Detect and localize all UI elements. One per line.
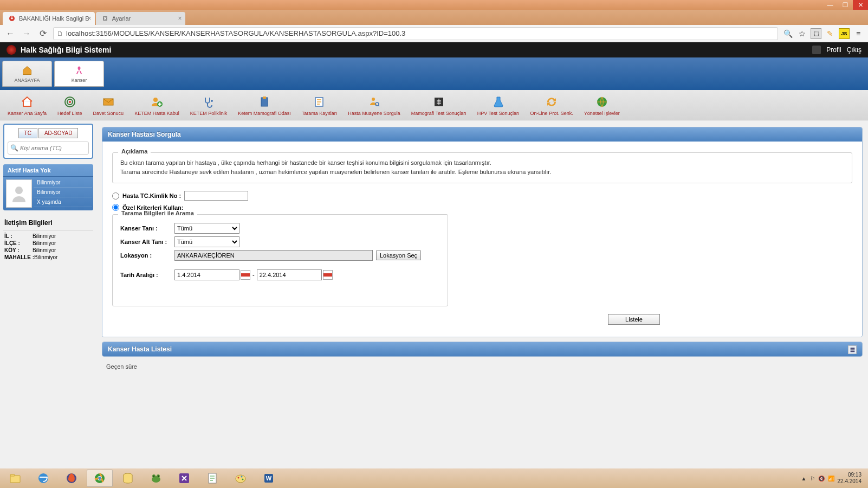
main-content: Kanser Hastası Sorgula Açıklama Bu ekran… (96, 120, 868, 468)
home-icon (22, 65, 33, 76)
listele-button[interactable]: Listele (608, 314, 660, 325)
nav-reload-icon[interactable]: ⟳ (37, 28, 49, 40)
svg-point-8 (211, 100, 213, 102)
toolbar-item-mamografi[interactable]: Ketem Mamografi Odası (234, 92, 295, 118)
contact-row: MAHALLE :Bilinmiyor (3, 254, 93, 261)
svg-rect-10 (263, 97, 266, 99)
tray-flag-icon[interactable]: ⚐ (810, 476, 815, 481)
browser-tab[interactable]: Ayarlar × (96, 12, 185, 25)
patient-info-row: X yaşında (34, 197, 92, 207)
date-separator: - (252, 272, 255, 278)
calendar-icon[interactable] (241, 270, 250, 280)
toolbar-item-ketem-poli[interactable]: KETEM Poliklinik (186, 92, 232, 118)
tray-volume-icon[interactable]: 🔇 (818, 476, 825, 481)
search-tab-tc[interactable]: TC (18, 128, 37, 138)
window-close[interactable]: ✕ (853, 0, 868, 10)
tc-input[interactable] (184, 191, 248, 201)
browser-tab-active[interactable]: BAKANLIĞI Halk Sagligi B × (3, 12, 95, 25)
nav-home[interactable]: ANASAYFA (2, 61, 52, 87)
task-sql-icon[interactable] (115, 470, 141, 487)
svg-text:W: W (266, 475, 272, 481)
window-minimize[interactable]: — (822, 0, 838, 10)
svg-point-16 (15, 187, 23, 194)
ext2-icon[interactable]: ✎ (825, 28, 835, 39)
task-notepad-icon[interactable] (199, 470, 225, 487)
exit-link[interactable]: Çıkış (847, 46, 861, 54)
calendar-icon[interactable] (323, 270, 333, 280)
clipboard-icon (257, 94, 272, 110)
search-icon[interactable]: 🔍 (782, 28, 793, 39)
tray-network-icon[interactable]: 📶 (828, 476, 834, 481)
panel-options-icon[interactable]: ☰ (848, 345, 857, 354)
task-word-icon[interactable]: W (256, 470, 282, 487)
nav-back-icon[interactable]: ← (4, 28, 16, 40)
tab-close-icon[interactable]: × (178, 15, 182, 22)
task-frog-icon[interactable] (143, 470, 169, 487)
nav-kanser[interactable]: Kanser (54, 61, 104, 87)
profile-link[interactable]: Profil (826, 46, 841, 54)
patient-search-input[interactable] (8, 142, 89, 155)
contact-row: İLÇE :Bilinmiyor (3, 240, 93, 247)
svg-point-35 (242, 479, 244, 480)
toolbar-item-hpv[interactable]: HPV Test Sonuçları (473, 92, 524, 118)
task-ie-icon[interactable] (30, 470, 56, 487)
window-maximize[interactable]: ❐ (838, 0, 853, 10)
app-title: Halk Sağlığı Bilgi Sistemi (21, 46, 812, 54)
sub-toolbar: Kanser Ana Sayfa Hedef Liste Davet Sonuc… (0, 90, 868, 120)
main-nav: ANASAYFA Kanser (0, 57, 868, 90)
toolbar-item-davet[interactable]: Davet Sonucu (89, 92, 128, 118)
toolbar-item-tarama[interactable]: Tarama Kayıtları (297, 92, 342, 118)
tab-close-icon[interactable]: × (88, 15, 92, 22)
avatar-icon (6, 179, 32, 208)
ext-js-icon[interactable]: JS (839, 28, 850, 39)
radio-tc-row: Hasta TC.Kimlik No : (112, 191, 852, 201)
address-input[interactable]: 🗋 localhost:3156/MODULES/KANSER/KANSERHA… (53, 27, 778, 40)
search-tab-name[interactable]: AD-SOYAD (38, 128, 79, 138)
kanser-alt-tani-label: Kanser Alt Tanı : (120, 239, 174, 245)
bookmark-icon[interactable]: ☆ (796, 28, 807, 39)
tray-up-icon[interactable]: ▲ (801, 476, 807, 481)
toolbar-item-mamo-test[interactable]: Mamografi Test Sonuçları (407, 92, 471, 118)
kanser-alt-tani-select[interactable]: Tümü (174, 236, 239, 247)
svg-point-32 (236, 475, 245, 483)
app-logo-icon (7, 45, 16, 55)
tarih-label: Tarih Aralığı : (120, 272, 174, 278)
description-fieldset: Açıklama Bu ekran tarama yapılan bir has… (112, 152, 852, 183)
ext1-icon[interactable]: ⬚ (811, 28, 821, 39)
svg-point-12 (372, 98, 375, 101)
user-avatar-icon[interactable] (812, 46, 821, 54)
task-explorer-icon[interactable] (2, 470, 28, 487)
contact-row: İL :Bilinmiyor (3, 233, 93, 240)
patient-info-row: Bilinmiyor (34, 188, 92, 197)
task-vs-icon[interactable] (171, 470, 197, 487)
toolbar-item-hedef[interactable]: Hedef Liste (53, 92, 87, 118)
toolbar-item-yonetsel[interactable]: Yönetsel İşlevler (580, 92, 624, 118)
svg-point-4 (69, 101, 71, 103)
task-chrome-icon[interactable] (87, 470, 113, 487)
description-text: Tarama sürecinde Hastaneye sevk edilen h… (120, 168, 844, 177)
lokasyon-sec-button[interactable]: Lokasyon Seç (376, 251, 421, 260)
browser-menu-icon[interactable]: ≡ (853, 28, 864, 39)
toolbar-item-kanser-ana[interactable]: Kanser Ana Sayfa (3, 92, 51, 118)
radio-tc[interactable] (112, 192, 119, 200)
kanser-tani-select[interactable]: Tümü (174, 223, 239, 234)
elapsed-label: Geçen süre (102, 361, 863, 372)
envelope-icon (101, 94, 116, 110)
toolbar-item-muayene[interactable]: Hasta Muayene Sorgula (344, 92, 405, 118)
taskbar-clock[interactable]: 09:13 22.4.2014 (838, 472, 862, 485)
patient-info-row: Bilinmiyor (34, 178, 92, 188)
toolbar-item-ketem-kabul[interactable]: KETEM Hasta Kabul (130, 92, 184, 118)
date-to-input[interactable] (257, 269, 322, 280)
toolbar-label: Tarama Kayıtları (302, 111, 338, 116)
svg-point-34 (241, 476, 243, 478)
left-sidebar: TC AD-SOYAD 🔍 Aktif Hasta Yok Bilinmiyor… (0, 120, 96, 468)
nav-forward-icon[interactable]: → (21, 28, 33, 40)
task-firefox-icon[interactable] (59, 470, 85, 487)
toolbar-item-online[interactable]: On-Line Prot. Senk. (526, 92, 578, 118)
toolbar-label: Hasta Muayene Sorgula (348, 111, 400, 116)
query-panel: Kanser Hastası Sorgula Açıklama Bu ekran… (102, 127, 863, 337)
xray-icon (431, 94, 446, 110)
date-from-input[interactable] (174, 269, 239, 280)
task-paint-icon[interactable] (228, 470, 254, 487)
toolbar-label: Yönetsel İşlevler (584, 111, 620, 116)
